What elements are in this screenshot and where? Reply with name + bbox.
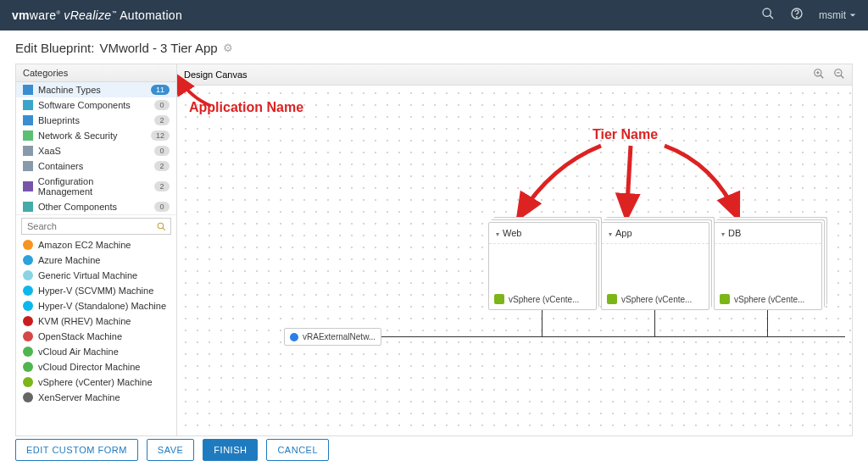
machine-type-row[interactable]: Hyper-V (Standalone) Machine [16,298,176,313]
count-badge: 2 [154,161,170,171]
cancel-button[interactable]: CANCEL [266,439,329,461]
count-badge: 2 [154,181,170,191]
category-icon [23,161,33,171]
count-badge: 12 [151,130,170,141]
machine-type-row[interactable]: KVM (RHEV) Machine [16,313,176,329]
network-hline [370,336,845,337]
category-label: Network & Security [38,130,118,141]
annotation-tier-name: Tier Name [593,127,658,142]
category-row[interactable]: Configuration Management 2 [16,174,176,199]
machine-type-icon [23,347,33,357]
username: msmit [819,9,846,21]
network-vline [542,310,542,336]
category-icon [23,100,33,110]
machine-type-icon [23,377,33,387]
machine-type-row[interactable]: XenServer Machine [16,390,176,405]
machine-type-icon [23,362,33,372]
category-row[interactable]: Software Components 0 [16,97,176,113]
network-node[interactable]: vRAExternalNetw... [284,328,381,346]
category-row[interactable]: Machine Types 11 [16,82,176,97]
save-button[interactable]: SAVE [147,439,195,461]
machine-type-label: KVM (RHEV) Machine [38,316,131,326]
machine-type-row[interactable]: vCloud Director Machine [16,359,176,374]
category-icon [23,202,33,212]
search-icon [156,221,167,232]
machine-type-label: Generic Virtual Machine [38,270,137,280]
tier-db[interactable]: DB vSphere (vCente... [714,222,822,310]
category-label: Software Components [38,100,131,110]
tier-web[interactable]: Web vSphere (vCente... [488,222,597,310]
network-icon [290,333,298,341]
count-badge: 0 [154,202,170,212]
categories-header: Categories [16,64,176,82]
app-header: vmware® vRealize™ Automation msmit [0,0,868,31]
machine-type-icon [23,240,33,250]
canvas-header: Design Canvas [177,64,852,86]
network-node-label: vRAExternalNetw... [303,332,376,341]
machine-type-icon [23,255,33,265]
blueprint-name: VMworld - 3 Tier App [99,41,217,55]
zoom-out-icon[interactable] [833,68,845,81]
user-menu[interactable]: msmit [819,9,856,21]
machine-type-row[interactable]: Amazon EC2 Machine [16,237,176,252]
search-icon[interactable] [761,7,775,24]
network-vline [767,310,768,336]
gear-icon[interactable]: ⚙ [223,42,233,54]
help-icon[interactable] [790,7,804,24]
tier-app[interactable]: App vSphere (vCente... [601,222,709,310]
machine-type-list: Amazon EC2 Machine Azure Machine Generic… [16,237,176,435]
category-row[interactable]: Other Components 0 [16,199,176,214]
category-row[interactable]: Blueprints 2 [16,113,176,128]
machine-type-label: Hyper-V (Standalone) Machine [38,301,166,311]
machine-type-icon [23,301,33,311]
machine-type-label: Amazon EC2 Machine [38,240,131,250]
machine-type-row[interactable]: Generic Virtual Machine [16,268,176,283]
page-title: Edit Blueprint: VMworld - 3 Tier App ⚙ [0,31,868,64]
finish-button[interactable]: FINISH [203,439,258,461]
sidebar: Categories Machine Types 11 Software Com… [16,64,177,435]
machine-type-row[interactable]: OpenStack Machine [16,329,176,344]
tier-machine-label: vSphere (vCente... [720,294,816,304]
machine-type-row[interactable]: vSphere (vCenter) Machine [16,374,176,390]
canvas-wrap: Design Canvas Application Name Tier Name [177,64,852,435]
machine-type-row[interactable]: vCloud Air Machine [16,344,176,359]
category-label: Other Components [38,202,117,212]
zoom-in-icon[interactable] [813,68,825,81]
machine-type-label: Hyper-V (SCVMM) Machine [38,286,153,296]
category-icon [23,85,33,95]
machine-type-label: vSphere (vCenter) Machine [38,377,153,387]
svg-line-11 [841,75,844,79]
category-label: XaaS [38,146,61,156]
machine-type-row[interactable]: Hyper-V (SCVMM) Machine [16,283,176,298]
footer-actions: EDIT CUSTOM FORM SAVE FINISH CANCEL [15,439,329,461]
tier-header: App [602,223,709,244]
count-badge: 2 [154,115,170,125]
tier-header: Web [489,223,596,244]
machine-type-icon [23,316,33,326]
edit-custom-form-button[interactable]: EDIT CUSTOM FORM [15,439,138,461]
svg-point-3 [797,17,798,18]
machine-type-label: OpenStack Machine [38,331,122,341]
machine-type-icon [23,270,33,280]
machine-type-icon [23,286,33,296]
category-icon [23,181,33,191]
category-row[interactable]: Containers 2 [16,158,176,174]
title-prefix: Edit Blueprint: [15,41,94,55]
category-label: Blueprints [38,115,80,125]
count-badge: 11 [151,85,170,95]
design-canvas[interactable]: Application Name Tier Name Web vSphere (… [177,85,852,435]
svg-line-7 [821,75,824,79]
category-row[interactable]: XaaS 0 [16,143,176,158]
search-input[interactable] [21,218,171,235]
machine-type-label: XenServer Machine [38,392,120,402]
count-badge: 0 [154,146,170,156]
vsphere-icon [494,294,504,304]
svg-line-5 [163,228,165,230]
category-row[interactable]: Network & Security 12 [16,128,176,143]
chevron-down-icon [849,12,856,19]
machine-type-label: Azure Machine [38,255,100,265]
workspace: Categories Machine Types 11 Software Com… [15,64,853,436]
brand-logo: vmware® vRealize™ Automation [12,8,182,22]
machine-type-label: vCloud Air Machine [38,347,119,357]
machine-type-row[interactable]: Azure Machine [16,252,176,268]
